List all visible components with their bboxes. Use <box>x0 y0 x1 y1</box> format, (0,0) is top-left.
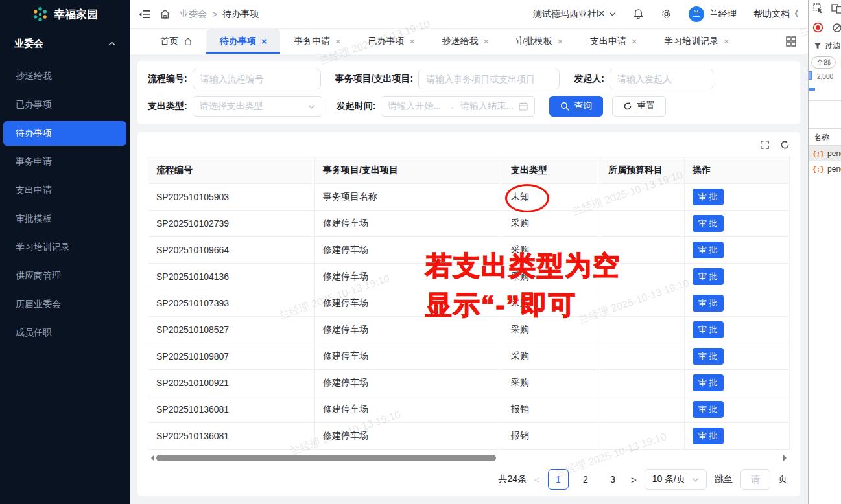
table-wrapper: 流程编号事务项目/支出项目支出类型所属预算科目操作 SP202510105903… <box>148 157 790 450</box>
cell-process-no: SP202510104136 <box>148 264 315 290</box>
sidebar-item[interactable]: 支出申请 <box>0 176 130 205</box>
sidebar-item[interactable]: 事务申请 <box>0 148 130 176</box>
next-page-button[interactable]: > <box>631 474 637 485</box>
settings-gear-icon[interactable] <box>661 8 672 19</box>
cell-project: 修建停车场 <box>315 264 503 290</box>
cell-budget <box>600 211 685 237</box>
jump-page-input[interactable] <box>740 469 770 490</box>
fullscreen-expand-icon[interactable] <box>760 140 770 150</box>
page-number-button[interactable]: 3 <box>602 469 623 490</box>
date-range-picker[interactable]: 请输入开始... → 请输入结束... <box>381 96 535 117</box>
tab[interactable]: 学习培训记录× <box>650 29 742 54</box>
devtools-filter-row: 过滤 <box>809 38 841 54</box>
sidebar-item[interactable]: 抄送给我 <box>0 62 130 91</box>
table-row: SP202510109807 修建停车场 采购 审 批 <box>148 343 790 370</box>
cell-action: 审 批 <box>685 317 790 343</box>
cell-budget <box>600 423 685 450</box>
tab-home[interactable]: 首页 <box>147 29 206 54</box>
logo-flower-icon <box>32 6 49 23</box>
tab-close-icon[interactable]: × <box>335 36 340 47</box>
cell-budget <box>600 396 685 423</box>
breadcrumb-parent[interactable]: 业委会 <box>180 8 207 20</box>
tab[interactable]: 待办事项× <box>206 29 280 54</box>
clear-network-icon[interactable] <box>832 23 841 33</box>
filter-all-pill[interactable]: 全部 <box>811 56 836 69</box>
record-network-icon[interactable] <box>812 22 823 33</box>
sidebar-item[interactable]: 供应商管理 <box>0 262 130 290</box>
tab-close-icon[interactable]: × <box>724 36 729 47</box>
home-tab-icon <box>184 37 193 46</box>
home-icon[interactable] <box>160 8 171 19</box>
devtools-request-row[interactable]: {;} pending <box>809 146 841 161</box>
approve-button[interactable]: 审 批 <box>693 374 724 391</box>
table-row: SP202510136081 修建停车场 报销 审 批 <box>148 423 790 450</box>
reset-button[interactable]: 重置 <box>612 96 666 117</box>
sidebar-item[interactable]: 待办事项 <box>3 121 126 146</box>
devtools-filter-label[interactable]: 过滤 <box>825 41 840 52</box>
sidebar-item[interactable]: 审批模板 <box>0 205 130 233</box>
tab-grid-icon[interactable] <box>786 36 796 47</box>
page-size-select[interactable]: 10 条/页 <box>645 469 707 490</box>
notification-bell-icon[interactable] <box>633 8 644 19</box>
scrollbar-track[interactable] <box>154 455 783 461</box>
project-input[interactable] <box>418 69 560 89</box>
approve-button[interactable]: 审 批 <box>693 348 724 365</box>
devtools-timeline-overview[interactable]: 2,000 <box>809 71 841 101</box>
process-no-input[interactable] <box>193 69 321 89</box>
cell-expense-type: 采购 <box>503 290 600 317</box>
table-column-header: 操作 <box>685 157 790 184</box>
approve-button[interactable]: 审 批 <box>693 428 724 444</box>
approve-button[interactable]: 审 批 <box>693 268 724 285</box>
collapse-sidebar-icon[interactable] <box>139 10 150 19</box>
sidebar-item[interactable]: 已办事项 <box>0 91 130 119</box>
devtools-request-row[interactable]: {;} pending <box>809 161 841 177</box>
user-menu[interactable]: 兰 兰经理 <box>689 6 737 22</box>
page-number-button[interactable]: 2 <box>575 469 596 490</box>
table-column-header: 所属预算科目 <box>600 157 685 184</box>
initiator-input[interactable] <box>610 69 713 89</box>
json-file-icon: {;} <box>812 150 824 157</box>
sidebar-group-label: 业委会 <box>14 38 43 50</box>
tab[interactable]: 审批模板× <box>503 29 576 54</box>
sidebar-item[interactable]: 历届业委会 <box>0 290 130 319</box>
sidebar-group-header[interactable]: 业委会 <box>0 32 130 54</box>
help-doc-link[interactable]: 帮助文档《 <box>753 8 799 20</box>
refresh-icon[interactable] <box>780 140 790 150</box>
cell-project: 修建停车场 <box>315 211 503 237</box>
tab-close-icon[interactable]: × <box>261 36 267 47</box>
approve-button[interactable]: 审 批 <box>693 295 724 312</box>
tab[interactable]: 已办事项× <box>354 29 428 54</box>
select-caret-icon <box>692 477 699 482</box>
approve-button[interactable]: 审 批 <box>693 321 724 338</box>
cell-action: 审 批 <box>685 237 790 264</box>
tab-close-icon[interactable]: × <box>409 36 414 47</box>
scrollbar-thumb[interactable] <box>156 455 496 461</box>
jump-label: 跳至 <box>715 474 733 485</box>
tab[interactable]: 支出申请× <box>576 29 650 54</box>
devtools-name-column-header[interactable]: 名称 <box>809 128 841 146</box>
tab-close-icon[interactable]: × <box>558 36 563 47</box>
tab[interactable]: 事务申请× <box>280 29 354 54</box>
app-title: 幸福家园 <box>54 7 98 22</box>
tab-close-icon[interactable]: × <box>632 36 637 47</box>
sidebar-item[interactable]: 学习培训记录 <box>0 233 130 262</box>
tab-close-icon[interactable]: × <box>484 36 489 47</box>
approve-button[interactable]: 审 批 <box>693 401 724 418</box>
tab[interactable]: 抄送给我× <box>429 29 503 54</box>
device-toolbar-icon[interactable] <box>831 4 841 14</box>
approve-button[interactable]: 审 批 <box>693 189 724 205</box>
cell-expense-type: 采购 <box>503 211 600 237</box>
search-button[interactable]: 查询 <box>549 96 603 117</box>
prev-page-button[interactable]: < <box>534 474 540 485</box>
expense-type-select[interactable]: 请选择支出类型 <box>193 96 322 117</box>
scroll-right-icon[interactable] <box>783 455 790 461</box>
cell-action: 审 批 <box>685 396 790 423</box>
sidebar-item[interactable]: 成员任职 <box>0 319 130 347</box>
inspect-element-icon[interactable] <box>813 3 823 14</box>
approve-button[interactable]: 审 批 <box>693 215 724 232</box>
community-selector[interactable]: 测试德玛西亚社区 <box>533 8 616 20</box>
approve-button[interactable]: 审 批 <box>693 242 724 258</box>
page-number-button[interactable]: 1 <box>548 469 569 490</box>
scroll-left-icon[interactable] <box>148 455 154 461</box>
cell-budget <box>600 370 685 396</box>
